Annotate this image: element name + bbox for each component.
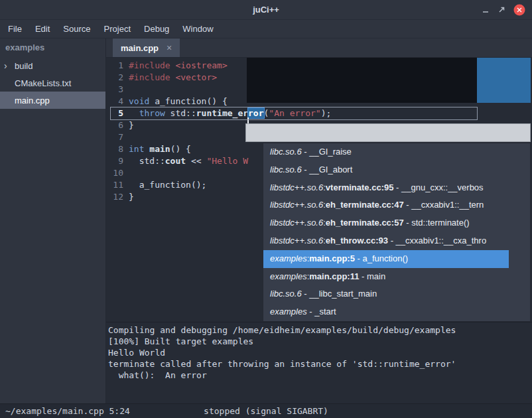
terminal-line: Compiling and debugging /home/eidheim/ex… xyxy=(108,324,532,336)
stack-frame-function: - __cxxabiv1::__tern xyxy=(404,200,484,210)
code-token-str: <iostream> xyxy=(175,60,227,70)
tab-bar: main.cpp × xyxy=(106,38,532,58)
line-number[interactable]: 1 xyxy=(106,60,123,72)
line-number[interactable]: 6 xyxy=(106,119,123,131)
line-number[interactable]: 2 xyxy=(106,72,123,84)
stack-frame-item[interactable]: libstdc++.so.6:eh_throw.cc:93 - __cxxabi… xyxy=(263,232,530,250)
code-token-kw: int xyxy=(129,144,144,154)
window-controls xyxy=(482,0,525,20)
stack-frame-lib: libc.so.6 xyxy=(270,147,302,157)
stack-frame-lib: examples xyxy=(270,271,307,281)
status-bar: stopped (signal SIGABRT) ~/examples/main… xyxy=(0,403,532,418)
tab-label: main.cpp xyxy=(121,43,159,53)
stack-frame-function: - __cxxabiv1::__cxa_thro xyxy=(388,236,486,245)
menu-item-project[interactable]: Project xyxy=(98,20,137,38)
code-token: a_function(); xyxy=(129,180,206,190)
stack-frame-function: - __GI_abort xyxy=(302,165,353,174)
stack-frame-location: vterminate.cc:95 xyxy=(326,182,394,192)
stack-frame-function: - std::terminate() xyxy=(404,218,470,228)
code-line-text: void a_function() { xyxy=(129,96,228,107)
stack-frame-item[interactable]: examples:main.cpp:11 - main xyxy=(263,268,530,286)
stack-frame-function: - _start xyxy=(307,307,336,316)
menu-item-debug[interactable]: Debug xyxy=(137,20,176,38)
code-token-kw: throw xyxy=(139,108,165,118)
debug-tooltip-panel xyxy=(247,58,531,103)
code-token-bold: runtime_er xyxy=(196,108,248,118)
maximize-icon[interactable] xyxy=(498,6,505,14)
tree-item-build[interactable]: ›build xyxy=(0,57,105,74)
line-number[interactable]: 9 xyxy=(106,155,123,167)
stack-trace-popup: libc.so.6 - __GI_raiselibc.so.6 - __GI_a… xyxy=(263,143,531,322)
line-number[interactable]: 11 xyxy=(106,179,123,191)
tree-item-main-cpp[interactable]: main.cpp xyxy=(0,92,105,109)
terminal-line: [100%] Built target examples xyxy=(108,336,532,347)
line-number[interactable]: 10 xyxy=(106,167,123,179)
stack-frame-location: main.cpp:5 xyxy=(309,253,355,263)
line-number[interactable]: 3 xyxy=(106,84,123,96)
code-token: ); xyxy=(321,108,332,118)
stack-frame-function: - a_function() xyxy=(355,253,408,263)
code-editor[interactable]: 1#include <iostream>2#include <vector>34… xyxy=(106,58,532,322)
line-number[interactable]: 5 xyxy=(106,107,123,119)
output-terminal[interactable]: Compiling and debugging /home/eidheim/ex… xyxy=(106,322,532,403)
stack-frame-lib: examples xyxy=(270,253,307,263)
code-line-text: a_function(); xyxy=(129,179,206,191)
window-title: juCi++ xyxy=(253,5,279,15)
minimize-icon[interactable] xyxy=(482,6,490,14)
line-number[interactable]: 8 xyxy=(106,143,123,155)
stack-popup-search[interactable] xyxy=(245,123,531,142)
code-token-bold: cout xyxy=(165,156,186,166)
line-number[interactable]: 7 xyxy=(106,131,123,143)
menu-item-file[interactable]: File xyxy=(1,20,29,38)
tree-item-label: CMakeLists.txt xyxy=(15,78,71,88)
close-icon[interactable] xyxy=(513,4,525,16)
stack-frame-item[interactable]: examples:main.cpp:5 - a_function() xyxy=(263,250,530,268)
menu-item-source[interactable]: Source xyxy=(56,20,97,38)
tab-main-cpp[interactable]: main.cpp × xyxy=(113,38,180,57)
stack-frame-item[interactable]: libstdc++.so.6:vterminate.cc:95 - __gnu_… xyxy=(263,179,530,197)
status-file-position: ~/examples/main.cpp 5:24 xyxy=(5,406,130,416)
line-number[interactable]: 4 xyxy=(106,96,123,107)
stack-frame-function: - __GI_raise xyxy=(302,147,352,157)
menu-item-window[interactable]: Window xyxy=(176,20,220,38)
file-tree: ›buildCMakeLists.txtmain.cpp xyxy=(0,57,105,109)
project-name: examples xyxy=(0,38,105,57)
code-token-bold: main xyxy=(149,144,170,154)
stack-frame-lib: libstdc++.so.6 xyxy=(270,218,323,228)
stack-frame-item[interactable]: libstdc++.so.6:eh_terminate.cc:47 - __cx… xyxy=(263,196,530,214)
code-line-text: #include <iostream> xyxy=(129,60,228,72)
tree-item-label: build xyxy=(15,61,33,71)
terminal-line: what(): An error xyxy=(108,370,532,381)
code-line-text: } xyxy=(129,119,134,131)
stack-frame-location: eh_terminate.cc:57 xyxy=(326,218,404,228)
code-token-pp: #include xyxy=(129,72,170,82)
code-token: () { xyxy=(170,144,191,154)
line-number[interactable]: 12 xyxy=(106,191,123,203)
stack-frame-item[interactable]: examples - _start xyxy=(263,303,530,321)
code-token: std:: xyxy=(129,156,165,166)
stack-frame-item[interactable]: libstdc++.so.6:eh_terminate.cc:57 - std:… xyxy=(263,214,530,232)
stack-frame-lib: libstdc++.so.6 xyxy=(270,182,323,192)
stack-frame-lib: examples xyxy=(270,307,307,316)
chevron-right-icon[interactable]: › xyxy=(4,61,13,70)
titlebar: juCi++ xyxy=(0,0,532,20)
menubar: FileEditSourceProjectDebugWindow xyxy=(0,20,532,38)
code-line-text: } xyxy=(129,191,134,203)
tree-item-cmakelists-txt[interactable]: CMakeLists.txt xyxy=(0,74,105,92)
terminal-line: Hello World xyxy=(108,347,532,358)
stack-frame-item[interactable]: libc.so.6 - __GI_raise xyxy=(263,143,530,161)
code-line-text: #include <vector> xyxy=(129,72,217,84)
menu-item-edit[interactable]: Edit xyxy=(29,20,56,38)
code-line-5: 5 throw std::runtime_error("An error"); xyxy=(106,107,532,119)
stack-frame-item[interactable]: libc.so.6 - __GI_abort xyxy=(263,161,530,179)
stack-frame-lib: libstdc++.so.6 xyxy=(270,236,323,245)
code-token xyxy=(129,108,139,118)
stack-frame-lib: libc.so.6 xyxy=(270,165,302,174)
code-token-str: "An error" xyxy=(269,108,320,118)
stack-frame-location: main.cpp:11 xyxy=(309,271,359,281)
code-line-text: throw std::runtime_error("An error"); xyxy=(129,107,331,119)
stack-frame-item[interactable]: libc.so.6 - __libc_start_main xyxy=(263,285,530,303)
stack-frame-location: eh_terminate.cc:47 xyxy=(326,200,404,210)
tab-close-icon[interactable]: × xyxy=(166,42,172,53)
tree-item-label: main.cpp xyxy=(15,96,50,105)
